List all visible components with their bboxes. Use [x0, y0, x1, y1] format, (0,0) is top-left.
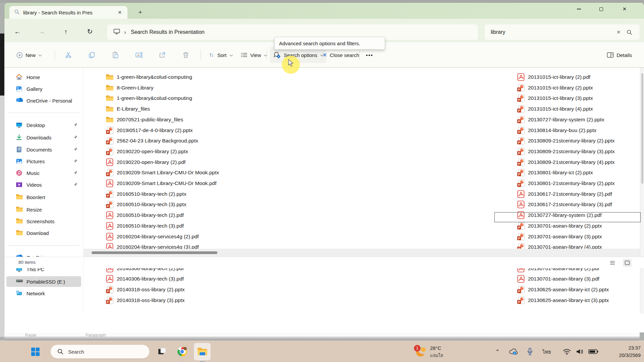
- file-row[interactable]: 1-green-library&colud-computing: [106, 93, 192, 103]
- file-row[interactable]: P20130625-asean-library-ict (2).pptx: [517, 285, 609, 295]
- search-icon[interactable]: [624, 27, 635, 37]
- sidebar-item-network[interactable]: Network: [6, 288, 81, 299]
- file-row[interactable]: 8-Green-Library: [106, 83, 153, 93]
- file-row[interactable]: P20160510-library-tech (3).pptx: [106, 199, 186, 209]
- file-name: 1-green-library&colud-computing: [117, 95, 192, 101]
- paste-button[interactable]: [108, 47, 122, 63]
- file-row[interactable]: 20190209-Smart Library-CMU-Dr Mook.pdf: [106, 178, 216, 188]
- file-row[interactable]: P20130625-asean-library-ict (3).pptx: [517, 295, 609, 305]
- language-indicator[interactable]: ไทย: [539, 341, 554, 362]
- file-row[interactable]: 20130701-asean-library (3).pdf: [517, 274, 599, 284]
- file-row[interactable]: 20140306-library-tech (3).pdf: [106, 274, 184, 284]
- thumbnail-view-toggle[interactable]: [623, 259, 632, 267]
- file-row[interactable]: 1-green-library&colud-computing: [106, 72, 192, 82]
- file-row[interactable]: P20130727-library-system (2).pptx: [517, 115, 604, 125]
- vertical-scrollbar-thumb[interactable]: [641, 73, 643, 184]
- file-row[interactable]: P20131015-ict-library (3).pptx: [517, 93, 593, 103]
- new-button[interactable]: New: [13, 47, 45, 63]
- file-row[interactable]: P20190220-open-library (2).pptx: [106, 146, 188, 157]
- list-view-toggle[interactable]: [608, 259, 617, 267]
- sidebar-item-pictures[interactable]: Pictures: [6, 156, 81, 167]
- sidebar-item-home[interactable]: Home: [6, 72, 81, 82]
- pin-icon: [73, 135, 78, 140]
- close-window-button[interactable]: ✕: [617, 4, 632, 14]
- taskbar-clock[interactable]: 23:37 20/3/2569: [617, 344, 641, 360]
- file-row[interactable]: P20130801-21stcentury-library (2).pptx: [517, 178, 614, 188]
- file-row[interactable]: P2019i0517-de-4-0-library (2).pptx: [106, 125, 193, 135]
- taskbar-search[interactable]: Search: [50, 345, 150, 359]
- horizontal-scrollbar[interactable]: [84, 249, 640, 257]
- sidebar-item-screenshots[interactable]: Screenshots: [6, 216, 81, 227]
- file-row[interactable]: 20130617-21stcentury-library (3).pdf: [517, 199, 612, 209]
- volume-icon[interactable]: [574, 341, 586, 362]
- weather-widget[interactable]: 1 28°C แจ่มใส: [415, 343, 443, 360]
- breadcrumb[interactable]: Search Results in Presentation: [131, 29, 205, 35]
- sort-button[interactable]: ↑↓ Sort: [206, 47, 236, 63]
- file-row[interactable]: 20160510-library-tech (3).pdf: [106, 221, 184, 231]
- clear-search-icon[interactable]: ✕: [613, 27, 624, 37]
- back-button[interactable]: ←: [10, 25, 24, 38]
- file-row[interactable]: P20140318-oss-library (2).pptx: [106, 285, 184, 295]
- tab-close-icon[interactable]: ✕: [115, 8, 124, 17]
- file-explorer-button[interactable]: [194, 343, 211, 360]
- onedrive-tray-icon[interactable]: i: [506, 341, 520, 362]
- file-row[interactable]: 20130617-21stcentury-library (2).pdf: [517, 189, 612, 199]
- explorer-tab[interactable]: library - Search Results in Pres ✕: [9, 6, 127, 19]
- cut-button[interactable]: [61, 47, 75, 63]
- sidebar-item-music[interactable]: Music: [6, 168, 81, 178]
- file-row[interactable]: P20130801-library-ict (2).pptx: [517, 168, 593, 178]
- sidebar-item-portablessd-e[interactable]: PortableSSD (E:): [6, 276, 81, 287]
- start-button[interactable]: [27, 343, 44, 360]
- new-tab-button[interactable]: +: [135, 8, 145, 17]
- file-row[interactable]: P20190209-Smart Library-CMU-Dr Mook.pptx: [106, 168, 219, 178]
- task-view-button[interactable]: [154, 343, 170, 360]
- svg-text:P: P: [107, 204, 109, 208]
- file-row[interactable]: P20130701-asean-library (3).pptx: [517, 232, 602, 242]
- file-row[interactable]: P20130809-21stcentury-library (4).pptx: [517, 157, 614, 167]
- file-row[interactable]: P20130814-library-buu (2).pptx: [517, 125, 596, 135]
- sidebar-item-resize[interactable]: Resize: [6, 204, 81, 215]
- view-button[interactable]: View: [237, 47, 270, 63]
- file-row[interactable]: P20160510-library-tech (2).pptx: [106, 189, 186, 199]
- sidebar-item-desktop[interactable]: Desktop: [6, 120, 81, 130]
- up-button[interactable]: ↑: [59, 25, 73, 38]
- file-row[interactable]: P2562-04-23 Library Backgroud.pptx: [106, 136, 198, 146]
- delete-button[interactable]: [179, 47, 193, 63]
- sidebar-item-boonlert[interactable]: Boonlert: [6, 192, 81, 202]
- file-row[interactable]: 20131015-ict-library (2).pdf: [517, 72, 590, 82]
- sidebar-item-gallery[interactable]: Gallery: [6, 83, 81, 94]
- file-row[interactable]: P20130809-21stcentury-library (3).pptx: [517, 146, 614, 157]
- vertical-scrollbar[interactable]: [640, 68, 644, 314]
- chrome-button[interactable]: [174, 343, 191, 360]
- tray-expand-chevron[interactable]: ⌃: [492, 341, 503, 362]
- file-row[interactable]: P20130701-asean-library (2).pptx: [517, 221, 602, 231]
- minimize-button[interactable]: [571, 4, 587, 14]
- share-button[interactable]: [155, 47, 169, 63]
- sidebar-item-downloads[interactable]: Downloads: [6, 132, 81, 143]
- search-input[interactable]: library ✕: [485, 24, 640, 40]
- svg-text:P: P: [518, 162, 521, 166]
- file-row[interactable]: 20190220-open-library (2).pdf: [106, 157, 185, 167]
- sidebar-item-documents[interactable]: Documents: [6, 144, 81, 155]
- microphone-tray-icon[interactable]: [524, 341, 536, 362]
- sidebar-item-download[interactable]: Download: [6, 228, 81, 238]
- file-row[interactable]: P20131015-ict-library (2).pptx: [517, 83, 593, 93]
- file-row[interactable]: E-Library_files: [106, 104, 150, 114]
- file-row[interactable]: 20160510-library-tech (2).pdf: [106, 210, 184, 220]
- forward-button[interactable]: →: [35, 25, 49, 38]
- maximize-button[interactable]: [593, 4, 609, 14]
- file-row[interactable]: P20130809-21stcentury-library (2).pptx: [517, 136, 614, 146]
- battery-icon[interactable]: [586, 341, 600, 362]
- file-row[interactable]: 20070521-public-library_files: [106, 115, 183, 125]
- wifi-icon[interactable]: [561, 341, 573, 362]
- sidebar-item-videos[interactable]: Videos: [6, 179, 81, 190]
- file-row[interactable]: P20140318-oss-library (3).pptx: [106, 295, 184, 305]
- copy-button[interactable]: [85, 47, 99, 63]
- file-row[interactable]: P20131015-ict-library (4).pptx: [517, 104, 593, 114]
- horizontal-scrollbar-thumb[interactable]: [92, 251, 217, 254]
- details-button[interactable]: Details: [603, 47, 635, 63]
- refresh-button[interactable]: ↻: [83, 25, 97, 38]
- sidebar-item-onedrive-personal[interactable]: OneDrive - Personal: [6, 95, 81, 106]
- rename-button[interactable]: A: [132, 47, 147, 63]
- file-row[interactable]: 20160204-library-services4g (2).pdf: [106, 232, 199, 242]
